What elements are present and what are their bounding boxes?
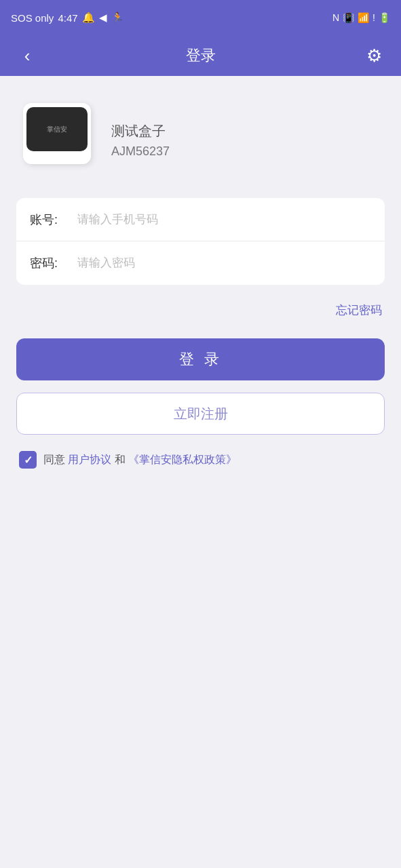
- agreement-checkbox[interactable]: ✓: [19, 451, 37, 469]
- agreement-prefix: 同意: [43, 454, 65, 465]
- vibrate-icon: 📳: [343, 12, 354, 23]
- account-input[interactable]: [77, 213, 371, 226]
- register-button[interactable]: 立即注册: [16, 393, 385, 435]
- wifi-icon: 📶: [358, 12, 369, 23]
- status-time: 4:47: [58, 12, 77, 24]
- person-icon: 🏃: [111, 12, 124, 24]
- status-bar: SOS only 4:47 🔔 ◀ 🏃 N 📳 📶 ! 🔋: [0, 0, 401, 35]
- device-box: 掌信安: [23, 103, 91, 164]
- user-agreement-link[interactable]: 用户协议: [68, 454, 111, 465]
- status-right-icons: N 📳 📶 ! 🔋: [332, 12, 390, 23]
- privacy-policy-link[interactable]: 《掌信安隐私权政策》: [128, 454, 237, 465]
- password-label: 密码:: [30, 255, 77, 271]
- sos-label: SOS only: [11, 12, 54, 24]
- account-label: 账号:: [30, 212, 77, 228]
- agreement-connector: 和: [115, 454, 126, 465]
- device-box-top: 掌信安: [26, 107, 88, 151]
- agreement-text: 同意 用户协议 和 《掌信安隐私权政策》: [43, 453, 237, 467]
- device-image: 掌信安: [23, 103, 98, 178]
- bell-icon: 🔔: [82, 12, 95, 24]
- nav-bar: ‹ 登录 ⚙: [0, 35, 401, 76]
- battery-icon: 🔋: [379, 12, 390, 23]
- nfc-icon: N: [332, 12, 339, 23]
- forgot-row: 忘记密码: [16, 296, 385, 338]
- back-icon: ‹: [24, 45, 31, 66]
- form-card: 账号: 密码:: [16, 198, 385, 285]
- settings-icon: ⚙: [366, 45, 382, 66]
- device-name: 测试盒子: [111, 122, 170, 140]
- page-title: 登录: [186, 45, 216, 66]
- account-row: 账号:: [16, 198, 385, 241]
- password-input[interactable]: [77, 256, 371, 270]
- device-section: 掌信安 测试盒子 AJM56237: [16, 96, 385, 198]
- arrow-icon: ◀: [99, 12, 107, 24]
- device-brand-text: 掌信安: [47, 125, 67, 134]
- device-id: AJM56237: [111, 144, 170, 159]
- check-icon: ✓: [24, 454, 33, 467]
- settings-button[interactable]: ⚙: [360, 42, 387, 69]
- status-left: SOS only 4:47 🔔 ◀ 🏃: [11, 12, 124, 24]
- password-row: 密码:: [16, 241, 385, 285]
- signal-icon: !: [373, 12, 375, 23]
- login-button[interactable]: 登 录: [16, 338, 385, 380]
- agreement-row: ✓ 同意 用户协议 和 《掌信安隐私权政策》: [16, 451, 385, 469]
- back-button[interactable]: ‹: [14, 42, 41, 69]
- main-content: 掌信安 测试盒子 AJM56237 账号: 密码: 忘记密码 登 录 立即注册 …: [0, 76, 401, 496]
- forgot-password-link[interactable]: 忘记密码: [336, 302, 382, 318]
- device-info: 测试盒子 AJM56237: [111, 122, 170, 159]
